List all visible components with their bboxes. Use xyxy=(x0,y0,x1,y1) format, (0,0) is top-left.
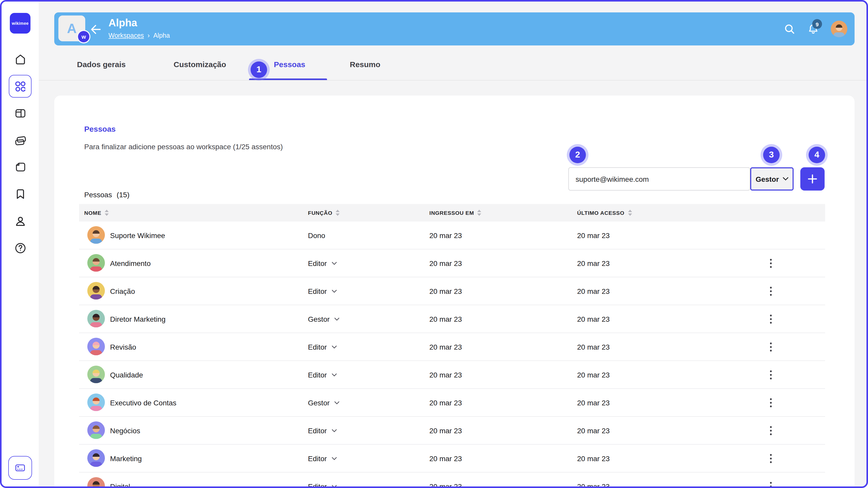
person-role[interactable]: Editor xyxy=(308,361,337,388)
row-menu-button[interactable] xyxy=(764,361,778,388)
tab-pessoas[interactable]: Pessoas xyxy=(274,60,305,69)
section-subtitle: Para finalizar adicione pessoas ao works… xyxy=(84,142,283,151)
people-icon[interactable] xyxy=(11,212,29,230)
avatar xyxy=(87,393,105,411)
person-role[interactable]: Editor xyxy=(308,473,337,488)
row-menu-button[interactable] xyxy=(764,445,778,472)
person-name: Atendimento xyxy=(110,250,151,277)
documents-icon[interactable] xyxy=(11,158,29,176)
last-access-cell: 20 mar 23 xyxy=(577,305,610,332)
person-name: Criação xyxy=(110,277,135,305)
role-text: Editor xyxy=(308,287,327,295)
person-role[interactable]: Editor xyxy=(308,417,337,444)
row-menu-button[interactable] xyxy=(764,473,778,488)
joined-cell: 20 mar 23 xyxy=(429,222,462,249)
person-role[interactable]: Gestor xyxy=(308,305,339,332)
search-icon[interactable] xyxy=(783,23,796,35)
add-person-button[interactable] xyxy=(800,167,825,191)
last-access-cell: 20 mar 23 xyxy=(577,473,610,488)
kebab-icon xyxy=(770,482,772,488)
help-icon[interactable] xyxy=(11,238,29,257)
person-role[interactable]: Gestor xyxy=(308,389,339,416)
column-header-funcao[interactable]: FUNÇÃO xyxy=(308,204,340,222)
billing-card-button[interactable] xyxy=(8,456,32,480)
column-header-ingressou-em[interactable]: INGRESSOU EM xyxy=(429,204,482,222)
last-access-cell: 20 mar 23 xyxy=(577,250,610,277)
people-count: (15) xyxy=(117,191,129,199)
table-row: Diretor Marketing Gestor 20 mar 23 20 ma… xyxy=(79,305,825,333)
last-access-cell: 20 mar 23 xyxy=(577,445,610,472)
app-frame: wikimee xyxy=(0,0,868,488)
invite-role-value: Gestor xyxy=(755,175,779,183)
tab-dados-gerais[interactable]: Dados gerais xyxy=(77,60,126,69)
step-badge-4: 4 xyxy=(809,147,825,163)
boards-icon[interactable] xyxy=(11,104,29,122)
role-text: Editor xyxy=(308,259,327,267)
breadcrumb-separator: › xyxy=(148,32,150,39)
header-actions: 9 xyxy=(783,12,847,45)
sort-icon xyxy=(336,210,340,216)
tab-customizacao[interactable]: Customização xyxy=(174,60,226,69)
wikimee-logo[interactable]: wikimee xyxy=(10,13,30,34)
kebab-icon xyxy=(770,398,772,407)
apps-icon[interactable] xyxy=(9,75,32,98)
breadcrumb-current: Alpha xyxy=(153,32,170,39)
step-badge-3: 3 xyxy=(763,147,780,163)
table-row: Digital Editor 20 mar 23 20 mar 23 xyxy=(79,473,825,488)
bookmark-icon[interactable] xyxy=(11,184,29,203)
person-name: Qualidade xyxy=(110,361,143,388)
breadcrumb: Workspaces › Alpha xyxy=(108,32,170,39)
row-menu-button[interactable] xyxy=(764,277,778,305)
row-menu-button[interactable] xyxy=(764,250,778,277)
row-menu-button[interactable] xyxy=(764,389,778,416)
joined-cell: 20 mar 23 xyxy=(429,417,462,444)
people-panel: Pessoas Para finalizar adicione pessoas … xyxy=(54,96,855,488)
back-button[interactable] xyxy=(89,23,102,36)
avatar xyxy=(87,477,105,488)
person-role[interactable]: Editor xyxy=(308,250,337,277)
avatar xyxy=(87,338,105,355)
person-name: Diretor Marketing xyxy=(110,305,165,332)
invite-role-select[interactable]: Gestor xyxy=(750,167,794,191)
notification-count-badge: 9 xyxy=(812,19,822,29)
table-row: Criação Editor 20 mar 23 20 mar 23 xyxy=(79,277,825,305)
last-access-cell: 20 mar 23 xyxy=(577,333,610,360)
notifications-button[interactable]: 9 xyxy=(807,23,819,35)
people-list-title: Pessoas (15) xyxy=(84,191,129,199)
joined-cell: 20 mar 23 xyxy=(429,277,462,305)
row-menu-button[interactable] xyxy=(764,417,778,444)
table-row: Suporte Wikimee Dono 20 mar 23 20 mar 23 xyxy=(79,222,825,250)
avatar xyxy=(87,282,105,299)
home-icon[interactable] xyxy=(11,50,29,68)
sort-icon xyxy=(477,210,482,216)
chevron-down-icon xyxy=(332,457,337,460)
chevron-down-icon xyxy=(332,262,337,265)
last-access-cell: 20 mar 23 xyxy=(577,361,610,388)
tab-resumo[interactable]: Resumo xyxy=(350,60,380,69)
last-access-cell: 20 mar 23 xyxy=(577,417,610,444)
column-header-nome[interactable]: NOME xyxy=(84,204,109,222)
table-body: Suporte Wikimee Dono 20 mar 23 20 mar 23… xyxy=(79,222,825,488)
last-access-cell: 20 mar 23 xyxy=(577,277,610,305)
role-text: Editor xyxy=(308,482,327,488)
person-role[interactable]: Editor xyxy=(308,333,337,360)
invite-email-input[interactable] xyxy=(568,167,750,191)
table-header: NOME FUNÇÃO INGRESSOU EM ÚLTIMO ACESSO xyxy=(79,204,825,222)
joined-cell: 20 mar 23 xyxy=(429,333,462,360)
step-badge-1: 1 xyxy=(251,61,267,78)
person-name: Revisão xyxy=(110,333,136,360)
workspace-tile[interactable]: A w xyxy=(58,15,85,41)
breadcrumb-workspaces[interactable]: Workspaces xyxy=(108,32,144,39)
person-role[interactable]: Editor xyxy=(308,277,337,305)
row-menu-button[interactable] xyxy=(764,305,778,332)
row-menu-button[interactable] xyxy=(764,333,778,360)
user-avatar[interactable] xyxy=(831,21,847,37)
workspace-tile-badge: w xyxy=(77,30,90,43)
avatar xyxy=(87,226,105,244)
person-name: Executivo de Contas xyxy=(110,389,177,416)
joined-cell: 20 mar 23 xyxy=(429,250,462,277)
last-access-cell: 20 mar 23 xyxy=(577,389,610,416)
layers-icon[interactable] xyxy=(11,131,29,150)
column-header-ultimo-acesso[interactable]: ÚLTIMO ACESSO xyxy=(577,204,632,222)
person-role[interactable]: Editor xyxy=(308,445,337,472)
